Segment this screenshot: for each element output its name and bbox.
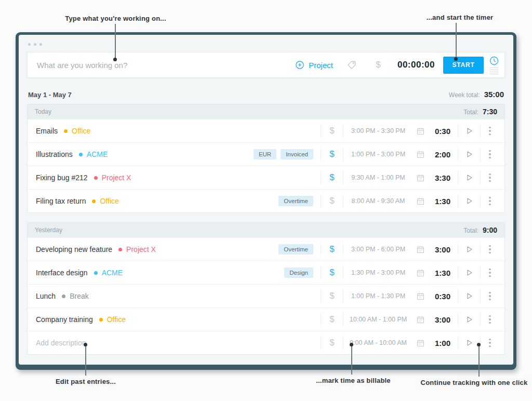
entry-menu-icon[interactable] [481,315,499,324]
calendar-icon[interactable] [413,245,428,254]
tag-badge[interactable]: Overtime [278,196,313,206]
calendar-icon[interactable] [413,292,428,301]
callout-dot-top-left [113,58,117,61]
entry-menu-icon[interactable] [481,292,499,301]
add-project-button[interactable]: Project [295,60,333,70]
duration-value[interactable]: 3:00 [428,315,458,324]
project-color-dot [94,271,98,275]
entry-description[interactable]: Company training [36,315,93,324]
entry-description[interactable]: Filing tax return [36,197,86,205]
entry-menu-icon[interactable] [481,269,499,277]
entry-project[interactable]: Office [99,315,126,324]
time-range[interactable]: 8:00 AM - 9:30 AM [343,197,413,205]
manual-mode-icon[interactable] [490,68,498,75]
entry-description[interactable]: Fixing bug #212 [36,173,88,182]
entry-project[interactable]: Project X [94,173,131,182]
entry-project[interactable]: ACME [94,269,123,277]
entry-project[interactable]: Office [64,127,90,135]
billable-toggle-icon[interactable]: $ [370,60,386,70]
calendar-icon[interactable] [413,315,428,324]
duration-value[interactable]: 1:00 [428,339,458,347]
billable-icon[interactable]: $ [321,149,343,159]
duration-value[interactable]: 2:00 [428,150,458,159]
entry-menu-icon[interactable] [481,245,499,254]
time-range[interactable]: 9:30 AM - 1:00 PM [343,174,413,181]
continue-timer-button[interactable] [458,245,480,253]
billable-icon[interactable]: $ [321,291,343,301]
time-range[interactable]: 3:00 PM - 6:00 PM [343,246,413,253]
project-color-dot [99,318,103,322]
timer-mode-icon[interactable] [489,56,499,66]
tag-badge[interactable]: Design [284,268,313,278]
billable-icon[interactable]: $ [321,196,343,206]
entry-menu-icon[interactable] [481,173,499,182]
entry-left: IllustrationsACME [36,150,108,158]
continue-timer-button[interactable] [458,173,480,182]
duration-value[interactable]: 1:30 [428,197,458,206]
duration-value[interactable]: 0:30 [428,292,458,301]
entry-project[interactable]: ACME [79,150,108,158]
duration-value[interactable]: 3:30 [428,173,458,182]
continue-timer-button[interactable] [458,315,480,324]
start-button[interactable]: START [443,57,484,74]
calendar-icon[interactable] [413,127,428,136]
tag-badge[interactable]: EUR [254,149,276,159]
app-window: What are you working on? Project $ 00:00… [16,32,516,370]
entry-project[interactable]: Office [92,197,118,205]
continue-timer-button[interactable] [458,339,480,347]
entry-description[interactable]: Emails [36,127,58,135]
project-color-dot [64,129,68,133]
entry-project[interactable]: Project X [118,245,156,253]
billable-icon[interactable]: $ [321,126,343,136]
entry-description[interactable]: Illustrations [36,150,73,158]
section-yesterday: Yesterday Total: 9:00 Developing new fea… [27,222,505,355]
entry-right: Design$1:30 PM - 3:00 PM1:30 [284,266,499,279]
tag-icon[interactable] [347,60,357,70]
continue-timer-button[interactable] [458,127,480,135]
billable-icon[interactable]: $ [321,314,343,325]
entry-menu-icon[interactable] [481,150,499,159]
calendar-icon[interactable] [413,197,428,206]
time-range[interactable]: 10:00 AM - 1:00 PM [343,316,413,323]
entry-menu-icon[interactable] [481,197,499,206]
duration-value[interactable]: 1:30 [428,269,458,277]
billable-icon[interactable]: $ [321,268,343,278]
billable-icon[interactable]: $ [321,338,343,348]
duration-value[interactable]: 0:30 [428,127,458,136]
entry-description[interactable]: Developing new feature [36,245,112,253]
entry-description[interactable]: Lunch [36,292,56,300]
description-input[interactable]: What are you working on? [37,61,295,70]
duration-value[interactable]: 3:00 [428,245,458,254]
window-controls[interactable] [27,41,505,48]
entry-right: Overtime$3:00 PM - 6:00 PM3:00 [278,243,499,256]
billable-icon[interactable]: $ [321,244,343,255]
calendar-icon[interactable] [413,173,428,182]
timer-bar: What are you working on? Project $ 00:00… [27,52,505,78]
annotation-bottom-left: Edit past entries... [49,378,122,385]
continue-timer-button[interactable] [458,150,480,158]
continue-timer-button[interactable] [458,269,480,277]
time-range[interactable]: 9:00 AM - 10:00 AM [343,339,413,346]
tag-badge[interactable]: Invoiced [281,149,313,159]
calendar-icon[interactable] [413,269,428,277]
calendar-icon[interactable] [413,339,428,347]
callout-line-top-left [115,24,116,58]
time-range[interactable]: 1:00 PM - 1:30 PM [343,292,413,300]
continue-timer-button[interactable] [458,197,480,205]
calendar-icon[interactable] [413,150,428,159]
description-input[interactable]: Add description [36,339,86,347]
time-range[interactable]: 3:00 PM - 3:30 PM [343,127,413,135]
entry-menu-icon[interactable] [481,339,499,347]
time-range[interactable]: 1:30 PM - 3:00 PM [343,269,413,276]
tag-badge[interactable]: Overtime [278,244,313,255]
callout-line-bottom-right [478,346,480,377]
continue-timer-button[interactable] [458,292,480,300]
billable-icon[interactable]: $ [321,172,343,183]
time-range[interactable]: 1:00 PM - 3:00 PM [343,151,413,158]
entry-project[interactable]: Break [62,292,89,300]
callout-line-top-right [456,23,457,57]
entry-menu-icon[interactable] [481,127,499,136]
section-total-label: Total: [463,227,478,234]
entry-description[interactable]: Interface design [36,269,88,277]
week-range: May 1 - May 7 [28,91,72,99]
